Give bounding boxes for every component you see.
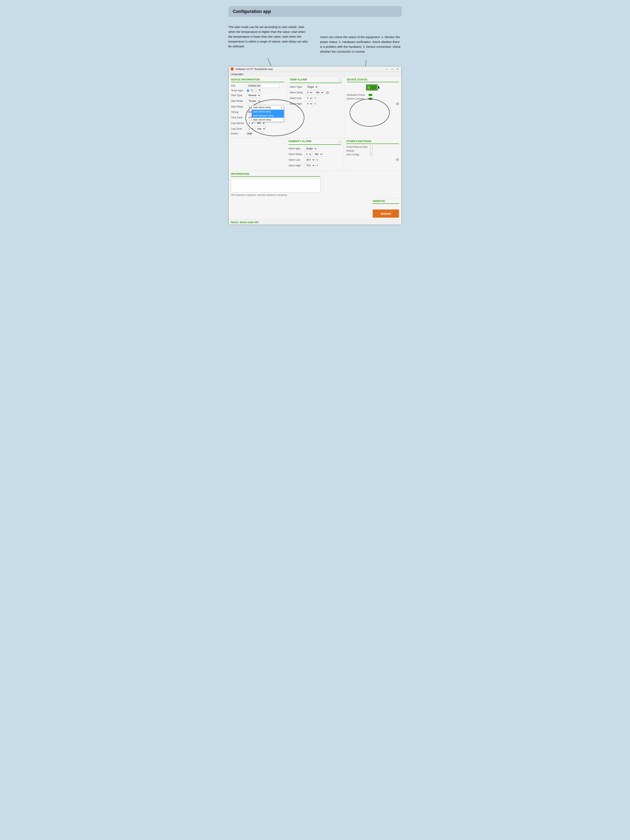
operate-title: OPERATE: [373, 200, 399, 204]
languages-menu[interactable]: Languages: [231, 73, 243, 76]
bottom-grid: INFORMATION 240 characters maximum, curr…: [229, 171, 401, 219]
humidity-alarm-high-value[interactable]: 70.0: [304, 163, 315, 168]
humidity-alarm-low-unit: %: [316, 159, 319, 161]
device-status-title: DEVICE STATUS: [347, 78, 399, 82]
humidity-alarm-low-label: Alarm Low:: [289, 158, 303, 161]
temp-alarm-delay-value[interactable]: 5: [305, 90, 313, 95]
dropdown-item-2[interactable]: start above temp: [252, 118, 284, 122]
battery-icon: [366, 84, 380, 92]
title-bar: Configuration app: [228, 6, 402, 17]
temp-alarm-high-value[interactable]: 8: [305, 102, 313, 106]
log-interval-label: Log Interval:: [231, 122, 245, 125]
empty-middle-left: [229, 138, 286, 171]
humidity-alarm-low-value[interactable]: 30.0: [304, 158, 315, 162]
temp-alarm-low-value[interactable]: 2: [305, 96, 313, 100]
start-mode-label: Start Mode:: [231, 99, 245, 103]
humidity-alarm-type-row: Alarm type: Single: [289, 146, 341, 151]
battery-container: [347, 84, 399, 92]
desc-left: The start mode can be set according to u…: [228, 22, 310, 54]
device-connect-label: Device Connect:: [347, 97, 367, 100]
fahrenheit-label: °F: [258, 89, 261, 92]
maximize-button[interactable]: □: [391, 68, 394, 71]
dropdown-item-0[interactable]: start below temp: [252, 110, 284, 114]
start-type-label: Start Type:: [231, 94, 245, 97]
temp-alarm-type-select[interactable]: Single: [305, 85, 318, 89]
humidity-alarm-high-row: Alarm High: 70.0 %: [289, 163, 341, 168]
temp-alarm-low-row: Alarm Low: 2 °C: [290, 96, 342, 100]
window-menubar: Languages: [229, 72, 401, 76]
humidity-alarm-delay-label: Alarm Delay:: [289, 153, 303, 156]
submit-button[interactable]: Submit: [373, 210, 399, 218]
humidity-alarm-panel: HUMIDITY ALARM Alarm type: Single Alarm …: [286, 138, 344, 171]
window-title-left: Software V2.97 Temp(Multi-use): [231, 67, 273, 71]
temp-alarm-low-unit: °C: [314, 97, 316, 99]
app-window: Software V2.97 Temp(Multi-use) — □ ✕ Lan…: [228, 66, 402, 225]
information-textarea[interactable]: [231, 178, 321, 192]
humidity-alarm-low-row: Alarm Low: 30.0 %: [289, 158, 341, 162]
humidity-alarm-type-label: Alarm type:: [289, 147, 303, 150]
dropdown-arrow-icon: ▼: [281, 106, 283, 109]
humidity-alarm-delay-unit[interactable]: Min: [313, 152, 323, 156]
desc-section: The start mode can be set according to u…: [228, 22, 402, 54]
page-title: Configuration app: [233, 9, 397, 14]
forbid-manual-stop-label: Forbid Manual Stop:: [346, 145, 368, 148]
auto-config-checkbox[interactable]: [370, 153, 373, 156]
svg-rect-7: [367, 86, 370, 89]
restart-label: Restart:: [346, 149, 368, 152]
restart-row: Restart:: [346, 149, 399, 152]
arrows-area: [228, 58, 402, 64]
log-cycle-label: Log Cycle:: [231, 127, 245, 130]
window-controls: — □ ✕: [385, 68, 399, 71]
start-type-row: Start Type: Manual: [231, 93, 284, 98]
sn-row: S/N:: [231, 84, 284, 88]
information-panel: INFORMATION 240 characters maximum, curr…: [229, 171, 323, 198]
status-question-container: ?: [347, 102, 399, 105]
window-title: Software V2.97 Temp(Multi-use): [235, 68, 273, 71]
celsius-label: °C: [251, 89, 253, 92]
humidity-alarm-delay-value[interactable]: 5: [304, 152, 312, 156]
temp-type-group: °C °F: [247, 89, 261, 92]
temp-alarm-delay-unit[interactable]: Min: [314, 90, 324, 95]
other-functions-title: OTHER FUNCTIONS: [346, 140, 399, 144]
celsius-radio[interactable]: [247, 89, 249, 92]
status-notice: Notice: device state OK!: [231, 221, 259, 224]
temp-alarm-panel: TEMP ALARM Alarm Type: Single Alarm Dela…: [287, 76, 344, 138]
fahrenheit-radio[interactable]: [254, 89, 257, 92]
information-title: INFORMATION: [231, 172, 321, 177]
device-info-title: DEVICE INFORMATION: [231, 78, 284, 82]
minimize-button[interactable]: —: [385, 68, 389, 71]
dropdown-header: start below temp ▼: [252, 106, 284, 110]
app-icon: [231, 67, 234, 71]
start-type-select[interactable]: Manual: [247, 93, 261, 98]
log-cycle-value[interactable]: 1: [247, 126, 254, 131]
start-mode-dropdown[interactable]: start below temp ▼ start below temp star…: [252, 105, 284, 122]
log-cycle-unit[interactable]: Day: [255, 126, 266, 131]
auto-config-row: Auto Config:: [346, 153, 399, 156]
hardware-check-row: Hardware Check:: [347, 93, 399, 96]
humidity-alarm-checkbox[interactable]: [339, 140, 341, 143]
svg-rect-5: [378, 86, 379, 89]
page-wrapper: Configuration app The start mode can be …: [224, 4, 406, 231]
device-connect-row: Device Connect:: [347, 97, 399, 100]
question-icon-status: ?: [396, 102, 399, 105]
other-functions-panel: OTHER FUNCTIONS Forbid Manual Stop: Rest…: [344, 138, 401, 171]
hardware-check-label: Hardware Check:: [347, 93, 367, 96]
hardware-check-indicator: [369, 94, 372, 96]
auto-config-label: Auto Config:: [346, 153, 368, 156]
sn-input[interactable]: [247, 84, 279, 88]
timezone-label: Time Zone:: [231, 116, 245, 119]
temp-alarm-checkbox[interactable]: [339, 79, 342, 81]
humidity-alarm-type-select[interactable]: Single: [304, 146, 317, 151]
forbid-manual-stop-checkbox[interactable]: [370, 146, 373, 148]
temp-alarm-title: TEMP ALARM: [290, 78, 307, 82]
humidity-alarm-high-label: Alarm High:: [289, 164, 303, 167]
close-button[interactable]: ✕: [396, 68, 399, 71]
middle-grid: HUMIDITY ALARM Alarm type: Single Alarm …: [229, 138, 401, 171]
restart-checkbox[interactable]: [370, 150, 373, 152]
temp-alarm-low-label: Alarm Low:: [290, 97, 304, 99]
window-titlebar: Software V2.97 Temp(Multi-use) — □ ✕: [229, 66, 401, 72]
dropdown-item-1[interactable]: start between temp: [252, 114, 284, 118]
temp-type-row: Temp Type: °C °F: [231, 89, 284, 92]
start-mode-select[interactable]: Temper: [247, 99, 261, 103]
forbid-manual-stop-row: Forbid Manual Stop:: [346, 145, 399, 148]
